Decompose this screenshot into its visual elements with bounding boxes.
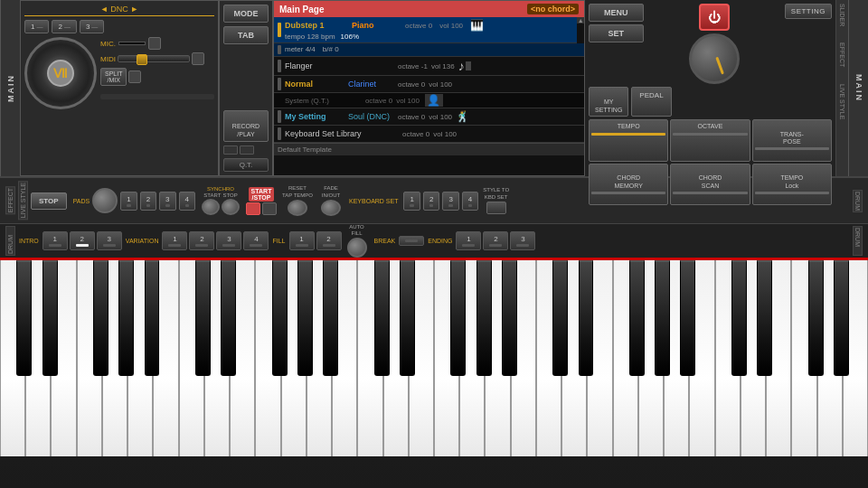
black-key-10[interactable] <box>374 260 390 376</box>
black-key-6[interactable] <box>221 260 236 376</box>
start-btn[interactable] <box>246 202 260 215</box>
drum-tab-right[interactable]: DRUM <box>853 190 863 212</box>
my-setting-btn[interactable]: MY SETTING <box>589 87 628 117</box>
pad-btn-2[interactable]: 2 <box>140 192 156 211</box>
var-btn-1[interactable]: 1 <box>162 231 187 250</box>
black-key-23[interactable] <box>834 260 849 376</box>
black-key-19[interactable] <box>680 260 695 376</box>
break-btn[interactable] <box>399 236 424 246</box>
ending-btn-2[interactable]: 2 <box>483 231 508 250</box>
var-btn-3[interactable]: 3 <box>216 231 241 250</box>
tempo-lock-indicator <box>755 192 829 194</box>
chord-memory-btn[interactable]: CHORD MEMORY <box>589 164 668 206</box>
mic-btn[interactable] <box>148 37 161 50</box>
live-style-tab-btn[interactable]: LIVE STYLE <box>18 181 28 220</box>
style-kbdset-btn[interactable] <box>486 202 506 214</box>
black-key-18[interactable] <box>655 260 670 376</box>
left-main-tab[interactable]: MAIN <box>0 0 20 176</box>
flanger-indicator <box>278 60 281 72</box>
pad-btn-1[interactable]: 1 <box>120 192 137 211</box>
black-key-5[interactable] <box>195 260 211 376</box>
kbd-btn-2[interactable]: 2 <box>423 192 439 211</box>
black-key-21[interactable] <box>757 260 772 376</box>
pad-btn-3[interactable]: 3 <box>159 192 175 211</box>
ending-btn-3[interactable]: 3 <box>510 231 535 250</box>
fill-btn-1[interactable]: 1 <box>289 231 315 250</box>
right-main-tab[interactable]: MAIN <box>848 0 868 176</box>
midi-btn[interactable] <box>192 52 204 65</box>
black-key-22[interactable] <box>808 260 824 376</box>
display-row-kbdlib[interactable]: Keyboard Set Library octave 0 vol 100 <box>274 126 584 143</box>
record-play-btn[interactable]: RECORD /PLAY <box>223 110 269 142</box>
drum-tab-right-2[interactable]: DRUM <box>853 226 863 256</box>
display-row-mysetting[interactable]: My Setting Soul (DNC) octave 0 vol 100 🕺 <box>274 108 584 126</box>
black-key-7[interactable] <box>272 260 288 376</box>
set-btn[interactable]: SET <box>589 24 644 42</box>
drum-tab-left[interactable]: DRUM <box>5 226 15 256</box>
display-row-normal[interactable]: Normal Clarinet octave 0 vol 100 <box>274 76 584 93</box>
reset-btn[interactable] <box>288 200 307 216</box>
black-key-4[interactable] <box>145 260 160 376</box>
black-key-13[interactable] <box>476 260 492 376</box>
fade-btn[interactable] <box>321 200 341 216</box>
kbd-btn-1[interactable]: 1 <box>403 192 420 211</box>
black-key-1[interactable] <box>42 260 58 376</box>
var-btn-2[interactable]: 2 <box>189 231 214 250</box>
black-key-2[interactable] <box>93 260 108 376</box>
stop-btn[interactable]: STOP <box>31 192 67 210</box>
display-row-container-1: Dubstep 1 Piano octave 0 vol 100 🎹 tempo… <box>274 17 584 43</box>
auto-fill-knob[interactable] <box>347 238 367 258</box>
var-btn-4[interactable]: 4 <box>243 231 269 250</box>
tab-btn[interactable]: TAB <box>223 26 269 44</box>
intro-btn-1[interactable]: 1 <box>42 231 68 250</box>
menu-btn[interactable]: MENU <box>589 4 644 22</box>
setting-btn[interactable]: SETTING <box>785 4 832 19</box>
display-row-sysqt[interactable]: System (Q.T.) octave 0 vol 100 👤 <box>274 93 584 108</box>
pedal-btn[interactable]: PEDAL <box>631 87 671 117</box>
black-key-15[interactable] <box>552 260 568 376</box>
stop-btn-2[interactable] <box>262 202 277 215</box>
tempo-btn[interactable]: TEMPO <box>589 119 668 162</box>
octave-btn[interactable]: OCTAVE <box>670 119 750 162</box>
chord-scan-btn[interactable]: CHORD SCAN <box>670 164 750 206</box>
black-key-14[interactable] <box>502 260 517 376</box>
black-key-8[interactable] <box>297 260 313 376</box>
transpose-btn[interactable]: TRANS- POSE <box>752 119 832 162</box>
kbd-btn-3[interactable]: 3 <box>442 192 458 211</box>
tempo-lock-btn[interactable]: TEMPO Lock <box>752 164 832 206</box>
intro-btn-3[interactable]: 3 <box>97 231 122 250</box>
black-key-11[interactable] <box>400 260 415 376</box>
dnc-btn-2[interactable]: 2 — <box>52 20 76 33</box>
effect-tab-pads[interactable]: EFFECT <box>5 186 15 214</box>
mode-btn[interactable]: MODE <box>223 5 269 23</box>
display-row-flanger[interactable]: Flanger octave -1 vol 136 ♪ <box>274 57 584 76</box>
synchro-start-btn[interactable] <box>202 199 220 215</box>
black-key-17[interactable] <box>629 260 645 376</box>
split-mix-btn[interactable]: SPLIT /MIX <box>100 68 127 86</box>
pad-knob-1[interactable] <box>92 188 118 213</box>
dnc-btn-3[interactable]: 3 — <box>80 20 104 33</box>
dnc-btn-1[interactable]: 1 — <box>24 20 49 33</box>
synchro-stop-btn[interactable] <box>222 199 240 215</box>
display-title: Main Page <box>279 5 324 14</box>
midi-slider[interactable] <box>118 55 190 62</box>
split-btn-small[interactable] <box>128 70 141 83</box>
black-key-20[interactable] <box>731 260 747 376</box>
kbd-btn-4[interactable]: 4 <box>462 192 478 211</box>
display-row-1[interactable]: Dubstep 1 Piano octave 0 vol 100 🎹 tempo… <box>274 17 577 43</box>
fill-btn-2[interactable]: 2 <box>316 231 342 250</box>
black-key-0[interactable] <box>16 260 32 376</box>
black-key-3[interactable] <box>118 260 134 376</box>
intro-btn-2[interactable]: 2 <box>70 231 95 250</box>
qt-btn[interactable]: Q.T. <box>223 158 269 172</box>
black-key-9[interactable] <box>323 260 338 376</box>
turntable[interactable]: Ⅶ <box>24 37 97 109</box>
ending-btn-1[interactable]: 1 <box>456 231 481 250</box>
black-key-12[interactable] <box>450 260 466 376</box>
power-btn[interactable]: ⏻ <box>699 4 730 31</box>
pad-btn-4[interactable]: 4 <box>179 192 195 211</box>
scroll-up-1[interactable]: ▲ <box>577 17 584 23</box>
main-knob[interactable] <box>689 33 740 84</box>
right-top-row: MENU SET ⏻ SETTING <box>589 4 832 84</box>
black-key-16[interactable] <box>579 260 594 376</box>
